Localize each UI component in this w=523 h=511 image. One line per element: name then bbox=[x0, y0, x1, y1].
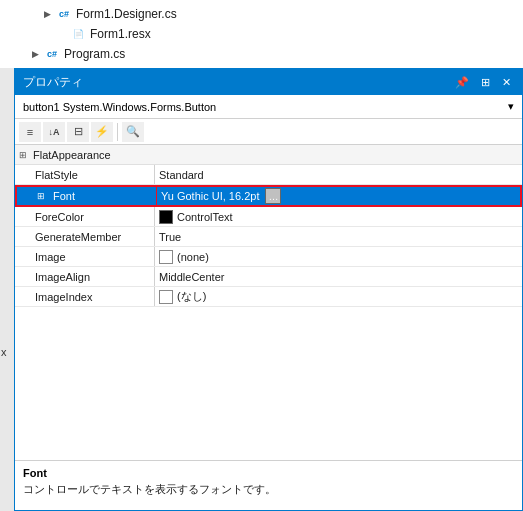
panel-dock-button[interactable]: ⊞ bbox=[478, 75, 493, 90]
file-label: Program.cs bbox=[64, 47, 125, 61]
x-indicator: x bbox=[1, 346, 7, 358]
prop-name-imageindex: ImageIndex bbox=[15, 287, 155, 306]
list-item[interactable]: ▶ c# Form1.Designer.cs bbox=[0, 4, 523, 24]
description-title: Font bbox=[23, 467, 514, 479]
events-button[interactable]: ⚡ bbox=[91, 122, 113, 142]
object-selector-label: button1 System.Windows.Forms.Button bbox=[23, 101, 216, 113]
object-selector[interactable]: button1 System.Windows.Forms.Button ▾ bbox=[15, 95, 522, 119]
category-label: FlatAppearance bbox=[33, 149, 111, 161]
list-item[interactable]: ▶ c# Program.cs bbox=[0, 44, 523, 64]
prop-row-imagealign[interactable]: ImageAlign MiddleCenter bbox=[15, 267, 522, 287]
panel-close-button[interactable]: ✕ bbox=[499, 75, 514, 90]
panel-title-bar: プロパティ 📌 ⊞ ✕ bbox=[15, 69, 522, 95]
prop-value-image: (none) bbox=[155, 247, 522, 266]
image-swatch bbox=[159, 250, 173, 264]
cs-file-icon: c# bbox=[44, 46, 60, 62]
imageindex-swatch bbox=[159, 290, 173, 304]
panel-pin-button[interactable]: 📌 bbox=[452, 75, 472, 90]
panel-title: プロパティ bbox=[23, 74, 83, 91]
prop-name-forecolor: ForeColor bbox=[15, 207, 155, 226]
category-flatappearance[interactable]: ⊞ FlatAppearance bbox=[15, 145, 522, 165]
list-item[interactable]: 📄 Form1.resx bbox=[0, 24, 523, 44]
expand-arrow-icon: ▶ bbox=[40, 7, 54, 21]
prop-value-imagealign: MiddleCenter bbox=[155, 267, 522, 286]
prop-row-forecolor[interactable]: ForeColor ControlText bbox=[15, 207, 522, 227]
prop-name-imagealign: ImageAlign bbox=[15, 267, 155, 286]
left-panel-strip: x bbox=[0, 68, 14, 511]
description-panel: Font コントロールでテキストを表示するフォントです。 bbox=[15, 460, 522, 510]
prop-name-flatstyle: FlatStyle bbox=[15, 165, 155, 184]
toolbar-separator bbox=[117, 123, 118, 141]
categorized-icon: ≡ bbox=[27, 126, 33, 138]
expand-arrow-placeholder bbox=[54, 27, 68, 41]
prop-value-font: Yu Gothic UI, 16.2pt … bbox=[157, 187, 520, 205]
file-label: Form1.resx bbox=[90, 27, 151, 41]
prop-name-generatemember: GenerateMember bbox=[15, 227, 155, 246]
search-icon: 🔍 bbox=[126, 125, 140, 138]
prop-row-image[interactable]: Image (none) bbox=[15, 247, 522, 267]
dropdown-arrow-icon: ▾ bbox=[508, 100, 514, 113]
file-label: Form1.Designer.cs bbox=[76, 7, 177, 21]
prop-row-flatstyle[interactable]: FlatStyle Standard bbox=[15, 165, 522, 185]
properties-toolbar: ≡ ↓A ⊟ ⚡ 🔍 bbox=[15, 119, 522, 145]
events-icon: ⚡ bbox=[95, 125, 109, 138]
prop-value-generatemember: True bbox=[155, 227, 522, 246]
prop-row-font[interactable]: ⊞ Font Yu Gothic UI, 16.2pt … bbox=[15, 185, 522, 207]
description-text: コントロールでテキストを表示するフォントです。 bbox=[23, 482, 514, 497]
prop-name-image: Image bbox=[15, 247, 155, 266]
properties-view-icon: ⊟ bbox=[74, 125, 83, 138]
prop-value-forecolor: ControlText bbox=[155, 207, 522, 226]
prop-name-font: ⊞ Font bbox=[17, 187, 157, 205]
categorized-button[interactable]: ≡ bbox=[19, 122, 41, 142]
properties-view-button[interactable]: ⊟ bbox=[67, 122, 89, 142]
cs-file-icon: c# bbox=[56, 6, 72, 22]
prop-value-imageindex: (なし) bbox=[155, 287, 522, 306]
font-ellipsis-button[interactable]: … bbox=[265, 188, 281, 204]
alphabetical-button[interactable]: ↓A bbox=[43, 122, 65, 142]
prop-row-generatemember[interactable]: GenerateMember True bbox=[15, 227, 522, 247]
property-grid[interactable]: ⊞ FlatAppearance FlatStyle Standard ⊞ Fo… bbox=[15, 145, 522, 460]
solution-explorer: ▶ c# Form1.Designer.cs 📄 Form1.resx ▶ c#… bbox=[0, 0, 523, 511]
prop-value-flatstyle: Standard bbox=[155, 165, 522, 184]
resx-file-icon: 📄 bbox=[70, 26, 86, 42]
title-bar-actions: 📌 ⊞ ✕ bbox=[452, 75, 514, 90]
alphabetical-icon: ↓A bbox=[49, 127, 60, 137]
forecolor-swatch bbox=[159, 210, 173, 224]
font-expand-icon: ⊞ bbox=[37, 191, 51, 201]
expand-arrow-icon: ▶ bbox=[28, 47, 42, 61]
search-button[interactable]: 🔍 bbox=[122, 122, 144, 142]
properties-panel: プロパティ 📌 ⊞ ✕ button1 System.Windows.Forms… bbox=[14, 68, 523, 511]
file-tree: ▶ c# Form1.Designer.cs 📄 Form1.resx ▶ c#… bbox=[0, 0, 523, 68]
prop-row-imageindex[interactable]: ImageIndex (なし) bbox=[15, 287, 522, 307]
expand-icon: ⊞ bbox=[19, 150, 33, 160]
